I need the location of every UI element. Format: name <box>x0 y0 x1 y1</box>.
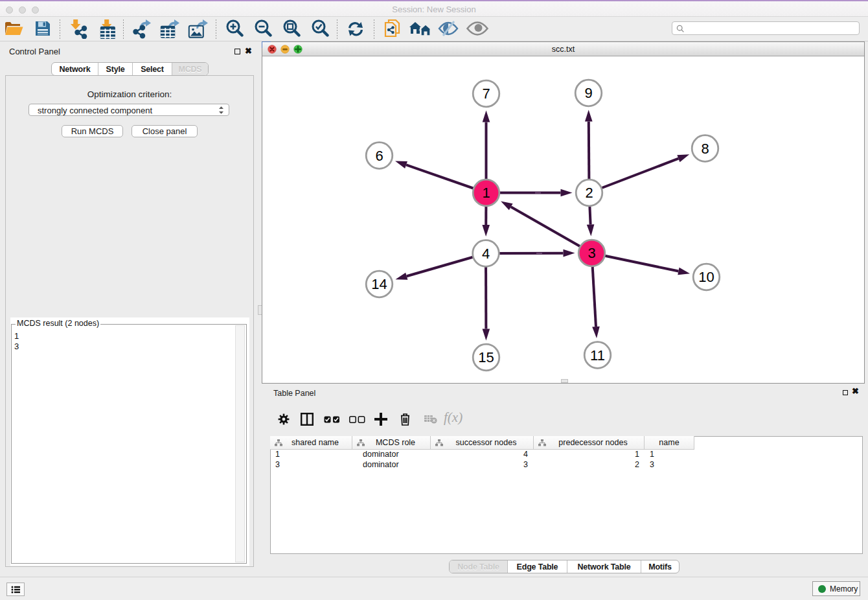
svg-text:7: 7 <box>482 86 490 102</box>
svg-text:11: 11 <box>590 347 605 363</box>
svg-text:10: 10 <box>698 269 714 285</box>
svg-text:9: 9 <box>584 85 592 101</box>
svg-text:4: 4 <box>482 246 490 262</box>
svg-text:2: 2 <box>585 185 593 201</box>
svg-text:1: 1 <box>482 185 490 201</box>
svg-text:14: 14 <box>371 276 387 292</box>
svg-text:3: 3 <box>588 245 595 261</box>
svg-text:15: 15 <box>478 349 494 365</box>
svg-text:6: 6 <box>375 148 383 164</box>
svg-text:8: 8 <box>701 141 709 157</box>
